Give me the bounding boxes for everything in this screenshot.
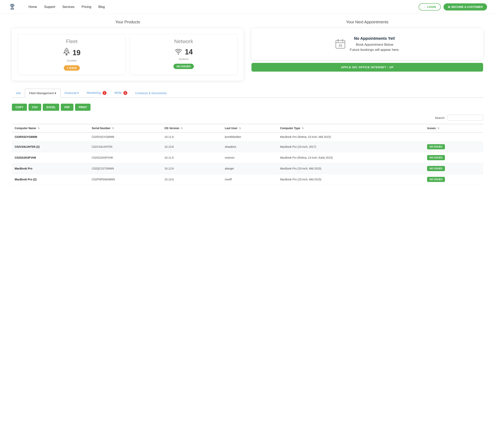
svg-point-5 xyxy=(178,53,179,55)
table-cell: C02RX02YG8WM xyxy=(12,132,89,141)
table-row[interactable]: C02RX02YG8WMC02RX02YG8WM10.11.6ksmithbol… xyxy=(12,132,483,141)
status-bar[interactable]: APPLE INC OFFICE INTERNET : UP xyxy=(251,63,483,72)
th-computer-name[interactable]: Computer Name ⇅ xyxy=(12,124,89,132)
tab-fleet-management[interactable]: Fleet Management ▾ xyxy=(25,89,61,98)
svg-point-3 xyxy=(11,8,14,10)
nav-services[interactable]: Services xyxy=(62,5,74,9)
table-cell xyxy=(424,132,483,141)
top-section: Your Products Fleet xyxy=(12,20,483,81)
calendar-icon: 15 xyxy=(335,38,346,50)
excel-button[interactable]: EXCEL xyxy=(43,104,59,111)
table-actions: COPY CSV EXCEL PDF PRINT xyxy=(12,104,483,111)
table-cell: MacBook Pro (15-inch, Mid 2015) xyxy=(277,163,424,174)
nav-actions: → LOGIN ⊕ BECOME A CUSTOMER xyxy=(419,3,487,11)
sort-computer-name-icon: ⇅ xyxy=(38,127,40,130)
fleet-count: 19 xyxy=(72,49,80,57)
sort-issues-icon: ⇅ xyxy=(437,127,439,130)
table-cell: C02PNPEMG8WN xyxy=(89,174,162,185)
fleet-dropdown-icon: ▾ xyxy=(55,91,56,95)
pdf-button[interactable]: PDF xyxy=(61,104,73,111)
svg-text:15: 15 xyxy=(339,44,342,47)
table-cell: C02V24UJHTD5 xyxy=(89,141,162,152)
customer-icon: ⊕ xyxy=(448,5,450,9)
logo[interactable] xyxy=(8,2,17,11)
table-row[interactable]: C02V24UJHTD5 (2)C02V24UJHTD510.13.6shawk… xyxy=(12,141,483,152)
fleet-name: Fleet xyxy=(22,38,122,44)
th-last-user[interactable]: Last User ⇅ xyxy=(222,124,277,132)
table-cell: MacBook Pro (Retina, 13-inch, Early 2015… xyxy=(277,152,424,163)
print-button[interactable]: PRINT xyxy=(75,104,91,111)
login-button[interactable]: → LOGIN xyxy=(419,3,441,11)
table-row[interactable]: MacBook Pro (2)C02PNPEMG8WN10.14.6mneffM… xyxy=(12,174,483,185)
table-cell: C02RX02YG8WM xyxy=(89,132,162,141)
issues-badge: NO ISSUES xyxy=(427,177,445,182)
fleet-count-row: 19 xyxy=(22,48,122,58)
nav-pricing[interactable]: Pricing xyxy=(82,5,91,9)
table-cell: C02SG2K0FVH8 xyxy=(12,152,89,163)
appointments-title: Your Next Appointments xyxy=(251,20,483,24)
table-cell: 10.11.6 xyxy=(162,132,222,141)
tab-mdm[interactable]: MDM 6 xyxy=(110,89,131,97)
network-label: Systems xyxy=(134,58,234,61)
sort-user-icon: ⇅ xyxy=(239,127,241,130)
tab-contracts-label: Contracts & Documents xyxy=(135,91,166,95)
become-customer-button[interactable]: ⊕ BECOME A CUSTOMER xyxy=(443,3,487,11)
th-serial[interactable]: Serial Number ⇅ xyxy=(89,124,162,132)
network-product: Network 14 xyxy=(130,34,238,75)
th-issues[interactable]: Issues ⇅ xyxy=(424,124,483,132)
table-row[interactable]: C02SG2K0FVH8C02SG2K0FVH810.11.6msimonMac… xyxy=(12,152,483,163)
tab-contracts[interactable]: Contracts & Documents xyxy=(131,89,170,97)
tab-monitoring[interactable]: Monitoring 1 xyxy=(83,89,110,97)
nav-blog[interactable]: Blog xyxy=(98,5,105,9)
tab-info-label: Info xyxy=(16,91,21,95)
table-cell: MacBook Pro (2) xyxy=(12,174,89,185)
table-cell: MacBook Pro (15-inch, Mid 2015) xyxy=(277,174,424,185)
table-row[interactable]: MacBook ProC02QC317G8WN10.12.6alangerMac… xyxy=(12,163,483,174)
table-cell: C02QC317G8WN xyxy=(89,163,162,174)
no-appt-note: Future bookings will appear here. xyxy=(350,48,399,52)
fleet-label: Enrolled xyxy=(22,59,122,62)
search-input[interactable] xyxy=(447,115,483,121)
issues-badge: NO ISSUES xyxy=(427,155,445,160)
nav-home[interactable]: Home xyxy=(28,5,37,9)
table-cell: C02V24UJHTD5 (2) xyxy=(12,141,89,152)
tab-financial[interactable]: Financial ▾ xyxy=(61,89,83,97)
table-cell: 10.11.6 xyxy=(162,152,222,163)
table-cell: NO ISSUES xyxy=(424,152,483,163)
issues-badge: NO ISSUES xyxy=(427,166,445,171)
table-cell: NO ISSUES xyxy=(424,141,483,152)
login-icon: → xyxy=(423,5,426,9)
svg-point-4 xyxy=(66,50,67,52)
no-appt-sub: Book Appointment Below xyxy=(350,43,399,47)
sort-type-icon: ⇅ xyxy=(302,127,304,130)
table-cell: 10.13.6 xyxy=(162,141,222,152)
network-count-row: 14 xyxy=(134,48,234,56)
th-type[interactable]: Computer Type ⇅ xyxy=(277,124,424,132)
products-title: Your Products xyxy=(12,20,244,24)
network-badge[interactable]: NO ISSUES xyxy=(173,64,194,69)
copy-button[interactable]: COPY xyxy=(12,104,27,111)
login-label: LOGIN xyxy=(427,5,436,9)
navbar: Home Support Services Pricing Blog → LOG… xyxy=(0,0,495,14)
issues-badge: NO ISSUES xyxy=(427,144,445,149)
svg-point-0 xyxy=(11,4,14,7)
th-os[interactable]: OS Version ⇅ xyxy=(162,124,222,132)
appointments-section: Your Next Appointments 15 No Appointmen xyxy=(251,20,483,81)
mdm-badge: 6 xyxy=(123,91,127,95)
table-cell: mneff xyxy=(222,174,277,185)
nav-support[interactable]: Support xyxy=(44,5,55,9)
tab-mdm-label: MDM xyxy=(114,91,122,94)
monitoring-badge: 1 xyxy=(103,91,107,95)
computers-table: Computer Name ⇅ Serial Number ⇅ OS Versi… xyxy=(12,124,483,185)
customer-label: BECOME A CUSTOMER xyxy=(452,5,483,9)
table-cell: NO ISSUES xyxy=(424,174,483,185)
table-cell: msimon xyxy=(222,152,277,163)
csv-button[interactable]: CSV xyxy=(28,104,41,111)
wifi-icon xyxy=(174,48,182,56)
tab-info[interactable]: Info xyxy=(12,89,25,97)
fleet-badge[interactable]: 1 ISSUE xyxy=(64,65,80,71)
svg-point-1 xyxy=(12,5,13,6)
nav-links: Home Support Services Pricing Blog xyxy=(28,5,419,9)
table-cell: MacBook Pro xyxy=(12,163,89,174)
table-cell: NO ISSUES xyxy=(424,163,483,174)
